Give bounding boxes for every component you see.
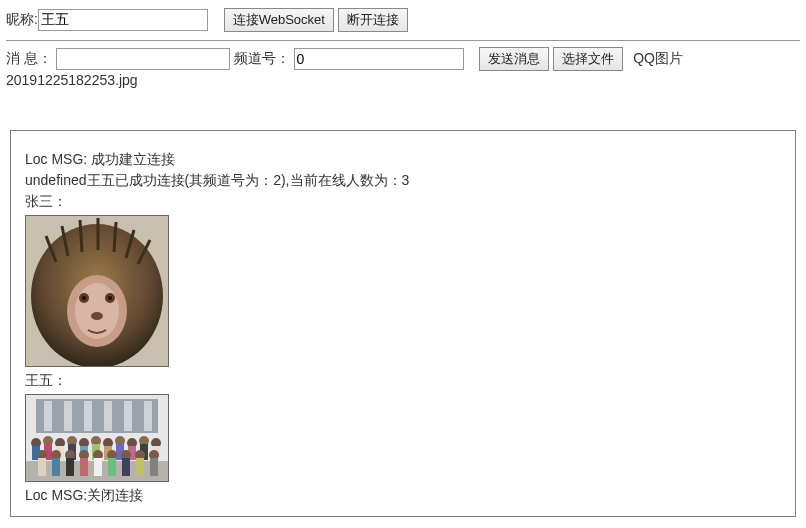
nickname-row: 昵称: 连接WebSocket 断开连接	[6, 6, 800, 38]
svg-rect-20	[64, 401, 72, 431]
log-user: 王五：	[25, 370, 781, 391]
log-line: Loc MSG:关闭连接	[25, 485, 781, 506]
choose-file-button[interactable]: 选择文件	[553, 47, 623, 71]
svg-rect-52	[66, 458, 74, 476]
svg-point-7	[108, 296, 112, 300]
image-thumbnail	[25, 394, 169, 482]
svg-line-13	[114, 222, 116, 252]
svg-rect-58	[108, 458, 116, 476]
message-row: 消 息： 频道号： 发送消息 选择文件 QQ图片20191225182253.j…	[6, 41, 800, 96]
svg-rect-24	[144, 401, 152, 431]
svg-rect-23	[124, 401, 132, 431]
nickname-label: 昵称:	[6, 11, 38, 27]
svg-line-11	[80, 220, 82, 252]
message-input[interactable]	[56, 48, 230, 70]
message-label: 消 息：	[6, 50, 52, 66]
disconnect-button[interactable]: 断开连接	[338, 8, 408, 32]
log-line: undefined王五已成功连接(其频道号为：2),当前在线人数为：3	[25, 170, 781, 191]
message-log: Loc MSG: 成功建立连接 undefined王五已成功连接(其频道号为：2…	[10, 130, 796, 517]
svg-rect-56	[94, 458, 102, 476]
svg-rect-64	[150, 458, 158, 476]
svg-rect-21	[84, 401, 92, 431]
svg-point-6	[82, 296, 86, 300]
svg-point-8	[91, 312, 103, 320]
channel-input[interactable]	[294, 48, 464, 70]
send-button[interactable]: 发送消息	[479, 47, 549, 71]
log-line: Loc MSG: 成功建立连接	[25, 149, 781, 170]
svg-rect-50	[52, 458, 60, 476]
nickname-input[interactable]	[38, 9, 208, 31]
svg-rect-22	[104, 401, 112, 431]
connect-button[interactable]: 连接WebSocket	[224, 8, 334, 32]
svg-rect-19	[44, 401, 52, 431]
svg-rect-17	[36, 399, 158, 433]
log-user: 张三：	[25, 191, 781, 212]
svg-rect-60	[122, 458, 130, 476]
svg-rect-48	[38, 458, 46, 476]
channel-label: 频道号：	[234, 50, 290, 66]
svg-point-3	[75, 283, 119, 339]
svg-rect-54	[80, 458, 88, 476]
image-thumbnail	[25, 215, 169, 367]
svg-rect-62	[136, 458, 144, 476]
